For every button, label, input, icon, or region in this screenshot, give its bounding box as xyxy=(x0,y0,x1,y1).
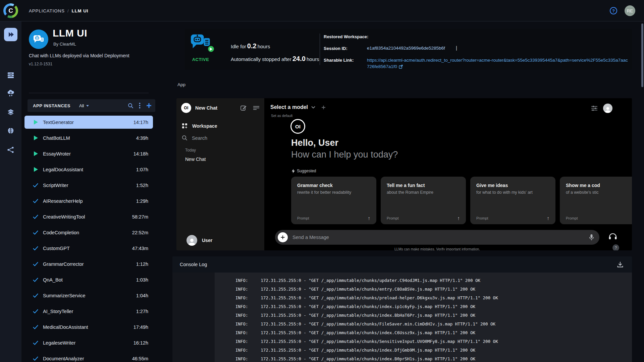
nav-brain-icon[interactable] xyxy=(4,124,17,138)
suggestion-title: Grammar check xyxy=(297,183,371,188)
chat-app-panel: OI New Chat Workspace Search Today New C… xyxy=(176,98,632,250)
completed-check-icon xyxy=(33,341,38,345)
running-badge-icon xyxy=(207,45,215,53)
sidebar-user-menu[interactable]: User xyxy=(186,235,212,246)
sidebar-new-chat-label[interactable]: New Chat xyxy=(195,105,217,111)
chat-main-area: Select a model Set as default OI Hello, … xyxy=(264,98,632,250)
sidebar-toggle-icon[interactable] xyxy=(253,106,260,110)
completed-check-icon xyxy=(33,309,38,313)
instance-name: AIResearcherHelp xyxy=(43,198,83,204)
page-scrollbar[interactable] xyxy=(641,23,643,87)
app-instance-row[interactable]: CodeCompletion 22:52m xyxy=(24,226,153,239)
model-selector[interactable]: Select a model xyxy=(270,104,308,110)
app-instance-row[interactable]: ScriptWriter 1:52h xyxy=(24,179,153,192)
suggestion-title: Tell me a fun fact xyxy=(387,183,461,188)
autostop-hours-value: 24.0 xyxy=(291,55,307,62)
app-instance-row[interactable]: TextGenerator 14:17h xyxy=(24,116,153,129)
kebab-menu-icon[interactable] xyxy=(139,103,141,109)
instance-name: MedicalDocAssistant xyxy=(43,324,88,330)
completed-check-icon xyxy=(33,230,38,235)
chat-greeting: Hello, User xyxy=(291,138,338,148)
app-instance-row[interactable]: ChatBotLLM 4:39h xyxy=(24,131,153,144)
instance-runtime: 1:12h xyxy=(136,261,148,267)
instances-filter-dropdown[interactable]: All xyxy=(79,103,89,108)
attach-plus-icon[interactable] xyxy=(278,232,288,242)
app-instance-row[interactable]: SummarizerService 1:04h xyxy=(24,289,153,302)
nav-cloud-gear-icon[interactable] xyxy=(4,86,17,100)
chevron-down-icon[interactable] xyxy=(311,106,315,109)
app-version: v1.12.0-1531 xyxy=(29,62,52,66)
app-instance-row[interactable]: QnA_Bot 1:03h xyxy=(24,273,153,286)
instance-runtime: 17:49h xyxy=(133,324,148,330)
download-log-icon[interactable] xyxy=(617,261,623,267)
suggestion-card[interactable]: Give me ideas for what to do with my kid… xyxy=(470,177,555,224)
suggestion-card[interactable]: Grammar check rewrite it for better read… xyxy=(291,177,376,224)
app-section-label: App xyxy=(177,82,185,87)
suggestion-card[interactable]: Tell me a fun fact about the Roman Empir… xyxy=(381,177,466,224)
message-input[interactable] xyxy=(292,235,589,240)
app-instance-row[interactable]: LegaleseWriter 16:12h xyxy=(24,336,153,349)
suggestion-tag: Prompt xyxy=(387,216,398,220)
lightning-icon xyxy=(292,169,295,173)
instance-runtime: 1:27h xyxy=(136,309,148,314)
sharable-link-url[interactable]: https://api.clearml-acme/auth.redirect_t… xyxy=(367,57,629,70)
headphones-icon[interactable] xyxy=(608,232,617,240)
divider xyxy=(29,93,149,93)
add-model-icon[interactable] xyxy=(321,105,326,110)
suggestion-card[interactable]: Show me a cod of a website's stic Prompt… xyxy=(560,177,632,224)
chat-user-avatar[interactable] xyxy=(603,104,612,113)
chat-disclaimer: LLMs can make mistakes. Verify important… xyxy=(275,247,599,250)
chat-help-bubble[interactable]: ? xyxy=(612,244,619,250)
suggestion-tag: Prompt xyxy=(476,216,488,220)
search-icon[interactable] xyxy=(128,103,133,109)
app-instance-row[interactable]: CreativeWritingTool 58:27m xyxy=(24,210,153,223)
chevron-down-icon xyxy=(86,105,89,107)
instance-name: GrammarCorrector xyxy=(43,261,84,267)
console-log-title: Console Log xyxy=(180,262,207,267)
nav-applications-icon[interactable] xyxy=(4,28,17,41)
help-icon[interactable]: ? xyxy=(610,7,617,14)
user-avatar[interactable]: RE xyxy=(625,5,635,16)
sidebar-item-workspace[interactable]: Workspace xyxy=(182,123,217,129)
console-log-line: INFO: 172.31.255.255:0 - "GET /_app/immu… xyxy=(235,311,632,320)
sidebar-item-search[interactable]: Search xyxy=(182,135,207,141)
console-log-lines[interactable]: INFO: 172.31.255.255:0 - "GET /_app/immu… xyxy=(215,273,632,362)
app-instance-row[interactable]: AI_StoryTeller 1:27h xyxy=(24,305,153,318)
app-instance-row[interactable]: EssayWroter 14:18h xyxy=(24,147,153,160)
set-default-link[interactable]: Set as default xyxy=(271,114,292,118)
completed-check-icon xyxy=(33,199,38,203)
app-instance-row[interactable]: DocumentAnalyzer 46:55m xyxy=(24,352,153,362)
instance-runtime: 14:17h xyxy=(133,120,148,125)
suggestion-subtitle: rewrite it for better readability xyxy=(297,190,371,195)
suggestion-subtitle: for what to do with my kids' art xyxy=(476,190,550,195)
nav-layers-icon[interactable] xyxy=(4,106,17,119)
add-instance-icon[interactable] xyxy=(146,103,152,109)
arrow-up-icon: ↑ xyxy=(547,215,550,221)
message-input-bar[interactable] xyxy=(275,230,599,245)
breadcrumb: APPLICATIONS / LLM UI xyxy=(29,0,88,21)
microphone-icon[interactable] xyxy=(589,234,594,241)
suggested-header: Suggested xyxy=(292,169,316,173)
app-byline[interactable]: By ClearML xyxy=(53,42,76,47)
instance-runtime: 1:04h xyxy=(136,293,148,298)
nav-servers-icon[interactable] xyxy=(4,68,17,82)
completed-check-icon xyxy=(33,246,38,250)
clearml-logo-icon[interactable]: C xyxy=(3,3,18,18)
nav-pipelines-icon[interactable] xyxy=(4,143,17,157)
suggestion-subtitle: of a website's stic xyxy=(566,190,632,195)
console-log-line: INFO: 172.31.255.255:0 - "GET /_app/immu… xyxy=(235,328,632,337)
console-log-panel: Console Log INFO: 172.31.255.255:0 - "GE… xyxy=(172,256,632,362)
breadcrumb-applications[interactable]: APPLICATIONS xyxy=(29,8,65,13)
app-instance-row[interactable]: AIResearcherHelp 1:29h xyxy=(24,194,153,207)
app-instance-row[interactable]: MedicalDocAssistant 17:49h xyxy=(24,320,153,334)
new-chat-pencil-icon[interactable] xyxy=(240,105,247,111)
app-instance-row[interactable]: LegalDocAssistant 1:07h xyxy=(24,163,153,176)
chat-history-item[interactable]: New Chat xyxy=(185,157,206,162)
instance-name: ScriptWriter xyxy=(43,183,68,188)
app-instance-row[interactable]: CustomGPT 47:43m xyxy=(24,242,153,255)
chat-settings-sliders-icon[interactable] xyxy=(591,105,598,111)
app-instance-row[interactable]: GrammarCorrector 1:12h xyxy=(24,257,153,270)
suggestion-cards: Grammar check rewrite it for better read… xyxy=(291,177,632,224)
instance-runtime: 1:29h xyxy=(136,198,148,204)
suggestion-title: Give me ideas xyxy=(476,183,550,188)
